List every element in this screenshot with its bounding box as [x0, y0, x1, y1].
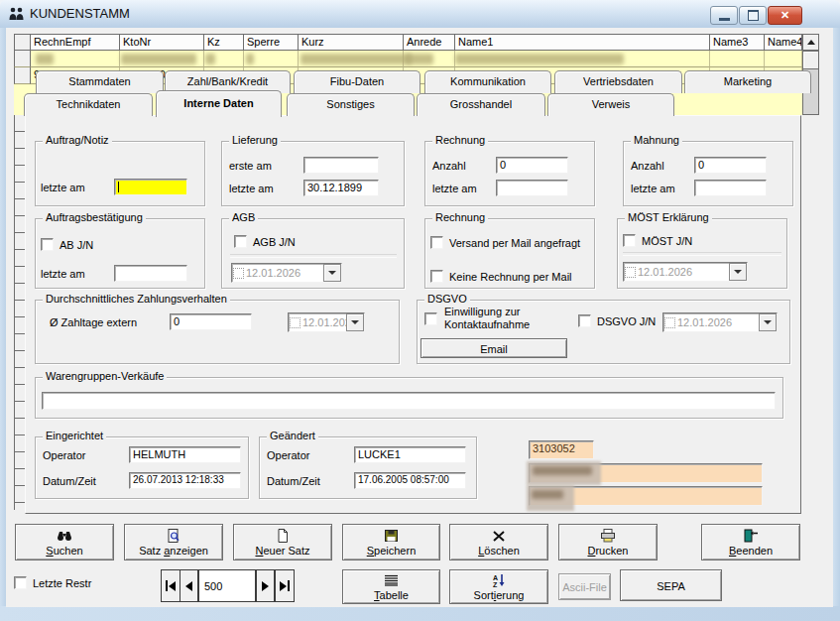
redacted-cell: [455, 54, 624, 64]
satz-anzeigen-button[interactable]: Satz anzeigen: [124, 524, 223, 560]
dropdown-button[interactable]: [346, 313, 364, 331]
datepicker-checkbox[interactable]: [233, 268, 244, 279]
grid-header-kz[interactable]: Kz: [204, 34, 244, 51]
input-mahnung-letzte-am[interactable]: [694, 180, 767, 196]
input-eingerichtet-datum[interactable]: 26.07.2013 12:18:33: [129, 472, 241, 489]
field-kundennr[interactable]: 3103052: [529, 440, 594, 459]
nav-prev-button[interactable]: [180, 569, 198, 602]
datepicker-checkbox[interactable]: [664, 317, 675, 328]
checkbox-einwilligung[interactable]: [424, 312, 437, 325]
loeschen-button[interactable]: Löschen: [449, 524, 548, 560]
datepicker-checkbox[interactable]: [625, 267, 636, 278]
grid-header-ktonr[interactable]: KtoNr: [120, 34, 204, 51]
grid-header-name3[interactable]: Name3: [710, 34, 765, 51]
printer-icon: [600, 529, 616, 544]
redacted-cell: [406, 54, 433, 64]
grid-selected-row-redacted[interactable]: [14, 51, 802, 67]
tab-technikdaten[interactable]: Technikdaten: [24, 93, 153, 116]
label-anzahl: Anzahl: [631, 160, 664, 172]
label-datum-zeit: Datum/Zeit: [267, 475, 320, 487]
grid-scrollbar-thumb[interactable]: [803, 52, 818, 69]
datepicker-zahlungsverhalten[interactable]: 12.01.202: [288, 312, 365, 332]
input-rechnung-anzahl[interactable]: 0: [496, 157, 568, 174]
last-record-icon: [280, 581, 287, 591]
tab-interne-daten[interactable]: Interne Daten: [156, 90, 282, 117]
checkbox-keine-rechnung-per-mail[interactable]: [430, 270, 443, 283]
drucken-button[interactable]: Drucken: [558, 524, 658, 560]
label-operator: Operator: [43, 449, 85, 461]
tab-sonstiges[interactable]: Sonstiges: [287, 93, 415, 116]
tab-marketing[interactable]: Marketing: [684, 70, 811, 93]
label-keine-rechnung-per-mail: Keine Rechnung per Mail: [449, 271, 572, 283]
grid-scroll-up-button[interactable]: [802, 34, 819, 51]
app-icon: [8, 6, 25, 24]
email-button[interactable]: Email: [420, 338, 567, 358]
svg-text:Z: Z: [493, 581, 498, 588]
maximize-button[interactable]: [739, 6, 767, 25]
grid-header-name1[interactable]: Name1: [455, 34, 710, 51]
tab-kommunikation[interactable]: Kommunikation: [424, 70, 551, 93]
input-mahnung-anzahl[interactable]: 0: [694, 157, 767, 174]
input-warengruppen[interactable]: [42, 392, 776, 410]
new-document-icon: [275, 529, 291, 544]
minimize-icon: [719, 18, 730, 21]
sortierung-button[interactable]: AZ Sortierung: [449, 569, 548, 604]
tab-verweis[interactable]: Verweis: [547, 93, 674, 116]
grid-header-name4[interactable]: Name4: [765, 34, 802, 51]
nav-record-count-input[interactable]: 500: [198, 569, 256, 602]
nav-first-button[interactable]: [161, 569, 180, 602]
input-eingerichtet-operator[interactable]: HELMUTH: [129, 446, 241, 463]
tab-grosshandel[interactable]: Grosshandel: [417, 93, 545, 116]
input-auftrag-letzte-am[interactable]: [114, 179, 187, 195]
chevron-down-icon: [351, 320, 359, 324]
title-bar[interactable]: KUNDENSTAMM ✕: [0, 0, 840, 29]
checkbox-agb-jn[interactable]: [234, 235, 247, 248]
input-ab-letzte-am[interactable]: [114, 265, 187, 282]
binoculars-icon: [57, 529, 72, 544]
input-geaendert-operator[interactable]: LUCKE1: [354, 446, 466, 463]
dropdown-button[interactable]: [323, 264, 341, 282]
input-rechnung-letzte-am[interactable]: [496, 180, 568, 196]
grid-header-rechnempf[interactable]: RechnEmpf: [31, 34, 120, 51]
tab-fibu-daten[interactable]: Fibu-Daten: [294, 70, 420, 93]
checkbox-versand-per-mail[interactable]: [430, 236, 443, 249]
datepicker-checkbox[interactable]: [290, 317, 300, 328]
dropdown-button[interactable]: [729, 263, 747, 281]
speichern-button[interactable]: Speichern: [342, 524, 440, 560]
checkbox-moest-jn[interactable]: [623, 234, 636, 247]
input-lieferung-letzte-am[interactable]: 30.12.1899: [303, 180, 379, 196]
checkbox-ab-jn[interactable]: [41, 238, 54, 251]
x-mark-icon: [491, 529, 507, 544]
datepicker-moest[interactable]: 12.01.2026: [623, 262, 748, 282]
grid-header-kurz[interactable]: Kurz: [299, 34, 404, 51]
nav-last-button[interactable]: [275, 569, 295, 602]
tab-stammdaten[interactable]: Stammdaten: [36, 70, 164, 93]
window-border-bottom: [0, 606, 840, 621]
tab-vertriebsdaten[interactable]: Vertriebsdaten: [554, 70, 682, 93]
datepicker-agb[interactable]: 12.01.2026: [231, 263, 342, 283]
checkbox-dsgvo-jn[interactable]: [578, 314, 591, 327]
minimize-button[interactable]: [710, 6, 738, 25]
datepicker-dsgvo[interactable]: 12.01.2026: [662, 312, 778, 332]
input-geaendert-datum[interactable]: 17.06.2005 08:57:00: [354, 472, 466, 489]
grid-header-sperre[interactable]: Sperre: [244, 34, 299, 51]
sepa-button[interactable]: SEPA: [620, 569, 722, 601]
input-zahltage-extern[interactable]: 0: [170, 313, 252, 330]
input-lieferung-erste-am[interactable]: [303, 157, 379, 174]
suchen-button[interactable]: Suchen: [15, 524, 114, 560]
dropdown-button[interactable]: [759, 313, 777, 331]
tabelle-button[interactable]: Tabelle: [342, 569, 440, 604]
label-ab-jn: AB J/N: [60, 239, 93, 251]
label-anzahl: Anzahl: [432, 160, 466, 172]
checkbox-letzte-restr[interactable]: [14, 576, 27, 589]
grid-header-anrede[interactable]: Anrede: [404, 34, 455, 51]
document-magnifier-icon: [166, 529, 181, 544]
label-moest-jn: MÖST J/N: [642, 235, 692, 247]
close-button[interactable]: ✕: [768, 6, 802, 25]
previous-record-icon: [185, 581, 192, 591]
beenden-button[interactable]: Beenden: [701, 524, 800, 560]
first-record-icon: [166, 580, 168, 591]
ascii-file-button[interactable]: Ascii-File: [558, 573, 611, 600]
neuer-satz-button[interactable]: Neuer Satz: [233, 524, 332, 560]
nav-next-button[interactable]: [256, 569, 275, 602]
